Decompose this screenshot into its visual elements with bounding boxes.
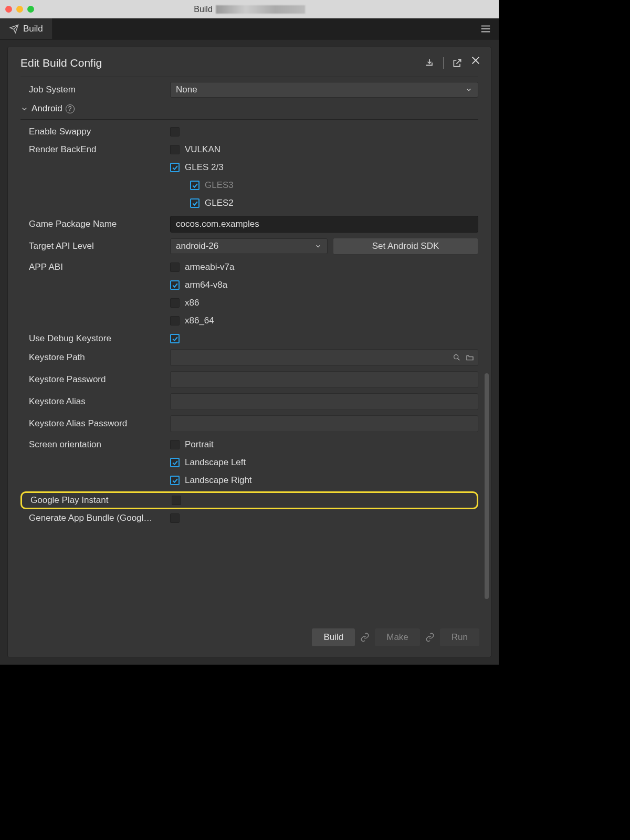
row-keystore-path: Keystore Path xyxy=(20,346,478,369)
label-app-bundle: Generate App Bundle (Googl… xyxy=(20,513,170,523)
landscape-left-label: Landscape Left xyxy=(185,457,246,468)
hamburger-menu[interactable] xyxy=(472,18,499,39)
button-label: Set Android SDK xyxy=(372,241,439,251)
keystore-password-input[interactable] xyxy=(170,371,478,388)
row-google-play-instant: Google Play Instant xyxy=(22,495,477,506)
help-icon[interactable]: ? xyxy=(66,104,75,113)
app-bundle-checkbox[interactable] xyxy=(170,513,180,523)
gles23-label: GLES 2/3 xyxy=(185,162,224,173)
close-window-button[interactable] xyxy=(5,6,12,13)
gles23-checkbox[interactable] xyxy=(170,163,180,172)
window-title: Build xyxy=(194,5,305,14)
label-render-backend: Render BackEnd xyxy=(20,142,170,155)
folder-open-icon[interactable] xyxy=(465,353,475,362)
panel-title: Edit Build Config xyxy=(20,57,102,69)
form-area: Job System None Android ? xyxy=(8,79,491,620)
select-value: None xyxy=(176,85,197,95)
link-icon[interactable] xyxy=(425,633,435,642)
row-enable-swappy: Enable Swappy xyxy=(20,124,478,140)
build-button[interactable]: Build xyxy=(312,628,355,646)
arm64-checkbox[interactable] xyxy=(170,280,180,290)
gles3-checkbox[interactable] xyxy=(190,181,200,190)
x86-64-checkbox[interactable] xyxy=(170,316,180,326)
row-google-play-instant-highlight: Google Play Instant xyxy=(20,491,478,509)
row-keystore-alias-password: Keystore Alias Password xyxy=(20,413,478,435)
keystore-alias-input[interactable] xyxy=(170,393,478,410)
x86-checkbox[interactable] xyxy=(170,298,180,308)
window: Build Build Edit Build Config xyxy=(0,0,499,665)
import-icon[interactable] xyxy=(424,58,435,68)
section-android[interactable]: Android ? xyxy=(20,100,478,120)
row-target-api: Target API Level android-26 Set Android … xyxy=(20,235,478,257)
panel-header: Edit Build Config xyxy=(8,47,491,77)
portrait-label: Portrait xyxy=(185,439,214,450)
window-controls xyxy=(5,6,34,13)
label-package-name: Game Package Name xyxy=(20,219,170,229)
tab-build[interactable]: Build xyxy=(0,18,53,39)
row-debug-keystore: Use Debug Keystore xyxy=(20,331,478,346)
armeabi-checkbox[interactable] xyxy=(170,262,180,272)
landscape-left-checkbox[interactable] xyxy=(170,458,180,467)
landscape-right-checkbox[interactable] xyxy=(170,476,180,485)
titlebar: Build xyxy=(0,0,499,18)
row-orientation: Screen orientation Portrait Landscape Le… xyxy=(20,435,478,490)
row-package-name: Game Package Name cocos.com.examples xyxy=(20,213,478,235)
close-icon[interactable] xyxy=(470,55,481,66)
row-app-abi: APP ABI armeabi-v7a arm64-v8a x86 x86_64 xyxy=(20,257,478,331)
scrollbar-thumb[interactable] xyxy=(485,373,489,599)
tab-label: Build xyxy=(23,24,43,34)
label-target-api: Target API Level xyxy=(20,241,170,251)
row-render-backend: Render BackEnd VULKAN GLES 2/3 xyxy=(20,140,478,213)
armeabi-label: armeabi-v7a xyxy=(185,262,235,272)
label-keystore-path: Keystore Path xyxy=(20,352,170,363)
label-orientation: Screen orientation xyxy=(20,437,170,450)
package-name-input[interactable]: cocos.com.examples xyxy=(170,216,478,233)
export-icon[interactable] xyxy=(452,58,463,68)
label-keystore-password: Keystore Password xyxy=(20,374,170,385)
maximize-window-button[interactable] xyxy=(27,6,34,13)
svg-line-6 xyxy=(458,359,460,361)
panel-footer: Build Make Run xyxy=(8,620,491,657)
row-job-system: Job System None xyxy=(20,79,478,100)
chevron-down-icon xyxy=(314,243,322,250)
make-button[interactable]: Make xyxy=(375,628,420,646)
select-value: android-26 xyxy=(176,241,218,251)
gles3-label: GLES3 xyxy=(205,180,234,191)
divider xyxy=(443,57,444,69)
run-button[interactable]: Run xyxy=(440,628,479,646)
search-icon[interactable] xyxy=(453,353,461,362)
x86-64-label: x86_64 xyxy=(185,316,214,326)
vulkan-checkbox[interactable] xyxy=(170,145,180,154)
tab-bar: Build xyxy=(0,18,499,39)
job-system-select[interactable]: None xyxy=(170,82,478,98)
x86-label: x86 xyxy=(185,298,199,308)
minimize-window-button[interactable] xyxy=(16,6,23,13)
row-keystore-password: Keystore Password xyxy=(20,369,478,391)
keystore-alias-password-input[interactable] xyxy=(170,415,478,432)
enable-swappy-checkbox[interactable] xyxy=(170,127,180,136)
label-enable-swappy: Enable Swappy xyxy=(20,127,170,137)
target-api-select[interactable]: android-26 xyxy=(170,238,328,254)
google-play-instant-checkbox[interactable] xyxy=(172,496,181,505)
build-config-panel: Edit Build Config Job System None xyxy=(7,47,491,657)
gles2-checkbox[interactable] xyxy=(190,198,200,208)
divider xyxy=(20,77,478,77)
keystore-path-input[interactable] xyxy=(170,349,478,366)
gles2-label: GLES2 xyxy=(205,198,234,208)
chevron-down-icon xyxy=(465,86,472,93)
set-android-sdk-button[interactable]: Set Android SDK xyxy=(333,238,478,255)
debug-keystore-checkbox[interactable] xyxy=(170,334,180,343)
vulkan-label: VULKAN xyxy=(185,144,220,155)
input-value: cocos.com.examples xyxy=(176,219,259,229)
panel-actions xyxy=(424,57,463,69)
label-google-play-instant: Google Play Instant xyxy=(22,495,172,506)
link-icon[interactable] xyxy=(360,633,370,642)
row-keystore-alias: Keystore Alias xyxy=(20,391,478,413)
paper-plane-icon xyxy=(9,24,19,34)
label-keystore-alias: Keystore Alias xyxy=(20,396,170,407)
label-keystore-alias-password: Keystore Alias Password xyxy=(20,418,170,429)
portrait-checkbox[interactable] xyxy=(170,440,180,449)
label-debug-keystore: Use Debug Keystore xyxy=(20,333,170,344)
landscape-right-label: Landscape Right xyxy=(185,475,252,486)
arm64-label: arm64-v8a xyxy=(185,280,227,290)
